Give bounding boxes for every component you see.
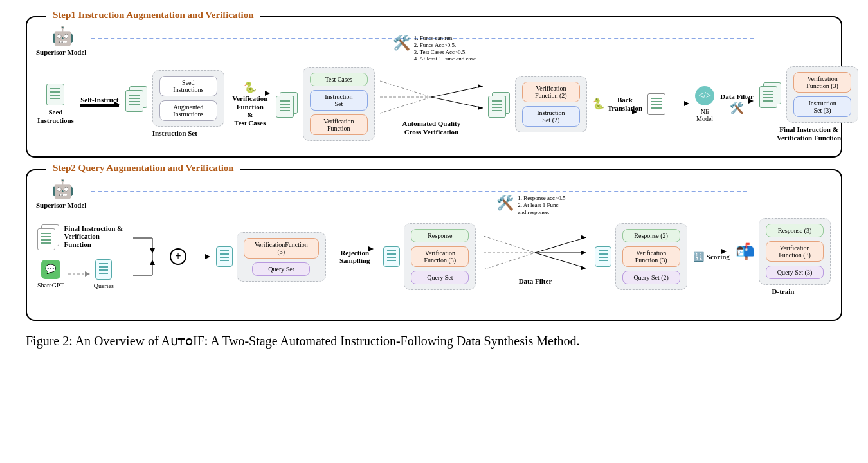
pill-vf3c: Verification Function (3) bbox=[622, 246, 680, 267]
inputs-column: Final Instruction & Verification Functio… bbox=[37, 224, 128, 289]
step2-title: Step2 Query Augmentation and Verificatio… bbox=[46, 163, 240, 174]
final-label: Final Instruction & Verification Functio… bbox=[777, 125, 841, 141]
svg-marker-6 bbox=[478, 106, 483, 110]
pill-response3: Response (3) bbox=[766, 224, 824, 237]
final-block: Verification Function (3) Instruction Se… bbox=[759, 66, 858, 141]
plus-icon: + bbox=[170, 248, 186, 265]
data-filter-block: Data Filter 🛠️ bbox=[719, 93, 754, 115]
clipboard-icon bbox=[216, 246, 233, 267]
scoring-icon: 🔢 bbox=[693, 251, 704, 262]
document-stack-icon bbox=[759, 82, 782, 107]
queries-label: Queries bbox=[94, 282, 114, 289]
seed-instructions-label: Seed Instructions bbox=[37, 108, 74, 124]
svg-line-4 bbox=[431, 97, 483, 108]
rule-4: 4. At least 1 Func and case. bbox=[414, 55, 477, 62]
document-stack-icon bbox=[488, 92, 511, 116]
rule-1: 1. Funcs can run. bbox=[414, 35, 477, 42]
final-ivf-label: Final Instruction & Verification Functio… bbox=[64, 224, 128, 249]
superior-model-1: Superisor Model bbox=[36, 26, 86, 57]
svg-marker-5 bbox=[478, 84, 483, 88]
merge-lines-icon bbox=[133, 228, 165, 286]
pill-query-set3: Query Set (3) bbox=[766, 266, 824, 279]
final-pile: Verification Function (3) Instruction Se… bbox=[786, 66, 858, 123]
sharegpt-label: ShareGPT bbox=[37, 282, 64, 289]
superior-model-label: Superisor Model bbox=[36, 201, 86, 210]
pill-response: Response bbox=[411, 229, 469, 242]
document-icon bbox=[46, 84, 64, 105]
vf-tc-label: Verification Function & Test Cases bbox=[232, 95, 267, 127]
resp2-pile: Response (2) Verification Function (3) Q… bbox=[615, 223, 687, 290]
vf-tc-arrow: Verification Function & Test Cases bbox=[230, 81, 271, 127]
arrow-icon bbox=[672, 104, 689, 104]
pill-test-cases: Test Cases bbox=[310, 73, 368, 86]
superior-model-2: Superisor Model bbox=[36, 179, 86, 210]
rejection-sampling-block: Rejection Samplling bbox=[331, 249, 378, 265]
robot-icon bbox=[50, 179, 72, 201]
document-icon bbox=[647, 93, 665, 115]
nli-robot-icon: </> bbox=[695, 86, 714, 105]
fan-lines-icon bbox=[484, 228, 586, 277]
clipboard-icon bbox=[383, 246, 400, 267]
pill-is2: Instruction Set (2) bbox=[522, 106, 580, 127]
svg-line-17 bbox=[484, 253, 535, 269]
rule-2: 2. At least 1 Func and response. bbox=[518, 202, 565, 216]
pill-vf2: Verification Function (2) bbox=[522, 82, 580, 102]
data-filter-label: Data Filter bbox=[519, 277, 552, 286]
dashed-arrow-icon bbox=[68, 269, 90, 278]
dtrain-label: D-train bbox=[772, 287, 795, 296]
rule-2: 2. Funcs Acc>0.5. bbox=[414, 42, 477, 49]
resp-vf-q-pile: Response Verification Function (3) Query… bbox=[404, 223, 476, 290]
rejection-sampling-label: Rejection Samplling bbox=[339, 249, 370, 265]
dashed-guideline-2 bbox=[91, 191, 747, 192]
rules-list-2: 1. Response acc>0.5 2. At least 1 Func a… bbox=[518, 195, 565, 215]
nli-model-label: Nli Model bbox=[695, 108, 714, 122]
resp-vf-q-block: Response Verification Function (3) Query… bbox=[383, 223, 476, 290]
vf3-query-block: VerificationFunction (3) Query Set bbox=[216, 232, 326, 282]
pill-instruction-set: Instruction Set bbox=[310, 90, 368, 111]
step1-flow: Seed Instructions Self-Instruct Seed Ins… bbox=[37, 66, 831, 141]
arrow-icon bbox=[193, 257, 210, 257]
step1-title: Step1 Instruction Augmentation and Verif… bbox=[46, 10, 260, 21]
quality-check-block: 🛠️ 1. Funcs can run. 2. Funcs Acc>0.5. 3… bbox=[380, 72, 483, 136]
data-filter-block: 🛠️ 1. Response acc>0.5 2. At least 1 Fun… bbox=[481, 228, 589, 286]
robot-icon bbox=[50, 26, 72, 48]
clipboard-icon bbox=[595, 246, 611, 267]
vf3-query-pile: VerificationFunction (3) Query Set bbox=[237, 232, 326, 282]
pill-augmented-instructions: Augmented Instructions bbox=[159, 100, 217, 121]
pill-is3: Instruction Set (3) bbox=[793, 96, 851, 117]
tc-is-vf-pile: Test Cases Instruction Set Verification … bbox=[303, 67, 375, 141]
final-ivf-input: Final Instruction & Verification Functio… bbox=[37, 224, 128, 249]
instruction-set-pile: Seed Instructions Augmented Instructions bbox=[152, 70, 224, 127]
mail-icon bbox=[736, 242, 755, 260]
automated-quality-label: Automated Quality Cross Verification bbox=[402, 120, 460, 136]
resp2-block: Response (2) Verification Function (3) Q… bbox=[595, 223, 687, 290]
rules-list: 1. Funcs can run. 2. Funcs Acc>0.5. 3. T… bbox=[414, 35, 477, 62]
tc-is-vf-block: Test Cases Instruction Set Verification … bbox=[276, 67, 375, 141]
scoring-block: 🔢Scoring bbox=[692, 251, 730, 262]
python-icon bbox=[244, 81, 257, 93]
figure-caption: Figure 2: An Overview of AᴜᴛᴏIF: A Two-S… bbox=[26, 332, 842, 349]
document-stack-icon bbox=[125, 86, 149, 111]
scoring-label: Scoring bbox=[707, 253, 730, 261]
pill-response2: Response (2) bbox=[622, 229, 680, 242]
pill-vf3d: Verification Function (3) bbox=[766, 241, 824, 262]
svg-marker-13 bbox=[150, 248, 155, 253]
pill-query-set2: Query Set (2) bbox=[622, 271, 680, 284]
step2-box: Step2 Query Augmentation and Verificatio… bbox=[26, 169, 842, 321]
svg-marker-21 bbox=[581, 235, 586, 239]
pill-vf3: VerificationFunction (3) bbox=[244, 238, 319, 259]
rule-3: 3. Test Cases Acc>0.5. bbox=[414, 49, 477, 56]
python-icon bbox=[592, 98, 605, 110]
rule-1: 1. Response acc>0.5 bbox=[518, 195, 565, 202]
pill-query-set-b: Query Set bbox=[411, 271, 469, 284]
sharegpt-row: 💬 ShareGPT Queries bbox=[37, 259, 114, 289]
seed-instructions: Seed Instructions bbox=[37, 84, 74, 124]
pill-vf3: Verification Function (3) bbox=[793, 72, 851, 93]
svg-marker-8 bbox=[85, 271, 90, 277]
step2-flow: Final Instruction & Verification Functio… bbox=[37, 218, 831, 296]
vf2-is2-pile: Verification Function (2) Instruction Se… bbox=[515, 76, 587, 132]
svg-marker-22 bbox=[581, 251, 586, 255]
dtrain-pile: Response (3) Verification Function (3) Q… bbox=[759, 218, 831, 285]
document-stack-icon bbox=[37, 224, 60, 249]
nli-model-block: </> Nli Model bbox=[695, 86, 714, 122]
